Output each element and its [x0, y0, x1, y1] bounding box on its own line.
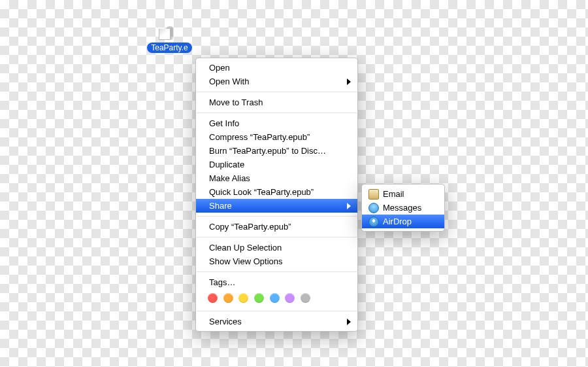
menu-tags[interactable]: Tags…: [196, 275, 357, 289]
context-menu: Open Open With Move to Trash Get Info Co…: [195, 58, 358, 332]
submenu-arrow-icon: [347, 79, 351, 85]
menu-get-info[interactable]: Get Info: [196, 116, 357, 130]
share-airdrop-label: AirDrop: [383, 216, 412, 227]
menu-compress-label: Compress “TeaParty.epub”: [209, 132, 310, 142]
menu-quick-look[interactable]: Quick Look “TeaParty.epub”: [196, 185, 357, 199]
submenu-arrow-icon: [347, 203, 351, 209]
menu-get-info-label: Get Info: [209, 118, 239, 128]
menu-make-alias-label: Make Alias: [209, 173, 250, 183]
tag-dot-blue[interactable]: [270, 293, 280, 303]
file-label: TeaParty.e: [147, 43, 191, 53]
tag-dot-orange[interactable]: [223, 293, 233, 303]
menu-services-label: Services: [209, 317, 242, 326]
menu-open-with[interactable]: Open With: [196, 75, 357, 88]
file-item[interactable]: TeaParty.e: [142, 26, 197, 55]
menu-duplicate-label: Duplicate: [209, 160, 244, 169]
menu-move-to-trash[interactable]: Move to Trash: [196, 96, 357, 109]
menu-duplicate[interactable]: Duplicate: [196, 158, 357, 171]
menu-open-with-label: Open With: [209, 77, 249, 86]
menu-separator: [197, 113, 357, 113]
menu-open-label: Open: [209, 63, 230, 73]
file-selection-highlight: [167, 26, 173, 40]
menu-services[interactable]: Services: [196, 315, 357, 328]
share-messages-label: Messages: [383, 202, 421, 213]
menu-share[interactable]: Share: [196, 199, 357, 213]
menu-clean-up-label: Clean Up Selection: [209, 243, 282, 253]
email-icon: [368, 189, 379, 200]
menu-open[interactable]: Open: [196, 61, 357, 75]
menu-copy-label: Copy “TeaParty.epub”: [209, 222, 291, 232]
share-email-label: Email: [383, 188, 404, 200]
tag-dot-gray[interactable]: [301, 293, 310, 303]
document-icon: [169, 28, 171, 39]
menu-view-options-label: Show View Options: [209, 256, 283, 266]
menu-separator: [197, 311, 357, 311]
menu-make-alias[interactable]: Make Alias: [196, 171, 357, 185]
menu-view-options[interactable]: Show View Options: [196, 254, 357, 268]
submenu-arrow-icon: [347, 319, 351, 325]
menu-separator: [197, 216, 357, 217]
menu-burn[interactable]: Burn “TeaParty.epub” to Disc…: [196, 144, 357, 158]
share-airdrop[interactable]: AirDrop: [362, 215, 444, 228]
menu-copy[interactable]: Copy “TeaParty.epub”: [196, 220, 357, 234]
airdrop-icon: [368, 217, 379, 227]
menu-separator: [197, 237, 357, 237]
tag-dot-green[interactable]: [254, 293, 264, 303]
tag-dot-red[interactable]: [208, 293, 218, 303]
tag-dot-purple[interactable]: [285, 293, 295, 303]
menu-clean-up[interactable]: Clean Up Selection: [196, 241, 357, 254]
share-messages[interactable]: Messages: [362, 201, 444, 215]
menu-burn-label: Burn “TeaParty.epub” to Disc…: [209, 146, 326, 156]
share-email[interactable]: Email: [362, 187, 444, 201]
menu-separator: [197, 92, 357, 92]
menu-move-to-trash-label: Move to Trash: [209, 97, 263, 107]
menu-tags-label: Tags…: [209, 277, 235, 287]
tag-color-row: [196, 289, 357, 307]
tag-dot-yellow[interactable]: [238, 293, 248, 303]
messages-icon: [368, 203, 379, 213]
menu-compress[interactable]: Compress “TeaParty.epub”: [196, 130, 357, 144]
menu-separator: [197, 271, 357, 272]
share-submenu: Email Messages AirDrop: [361, 184, 445, 232]
menu-share-label: Share: [209, 201, 232, 211]
menu-quick-look-label: Quick Look “TeaParty.epub”: [209, 187, 314, 197]
